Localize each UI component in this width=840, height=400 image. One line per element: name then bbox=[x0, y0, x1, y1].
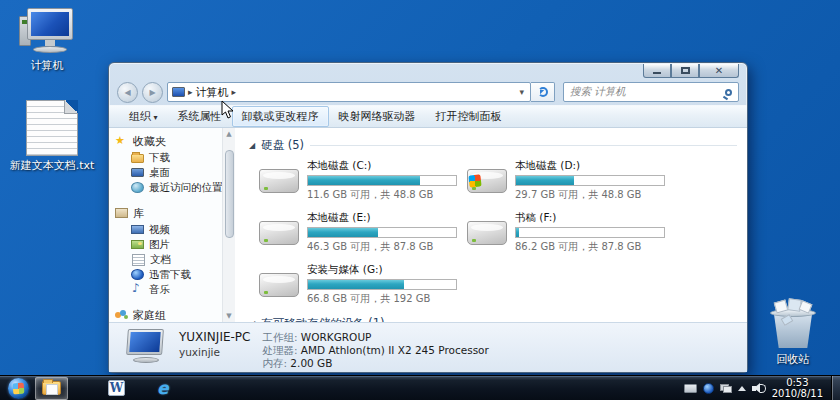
navigation-pane: 收藏夹 下载 桌面 最近访问的位置 库 bbox=[109, 128, 235, 322]
network-icon[interactable] bbox=[720, 384, 732, 393]
close-icon: ✕ bbox=[715, 66, 723, 76]
video-icon bbox=[131, 225, 144, 234]
taskbar-button-ie[interactable]: e bbox=[151, 377, 175, 400]
address-bar[interactable]: ▸ 计算机 ▸ ▾ bbox=[167, 82, 531, 102]
search-box[interactable]: 搜索 计算机 bbox=[563, 82, 739, 102]
input-indicator-icon[interactable] bbox=[684, 384, 697, 393]
taskbar: W e 0:53 2010/8/11 bbox=[0, 375, 840, 400]
thunder-icon bbox=[131, 269, 144, 280]
capacity-bar-fill bbox=[516, 176, 574, 185]
toolbar-button[interactable]: 组织 bbox=[119, 106, 168, 127]
capacity-bar-fill bbox=[516, 228, 519, 237]
system-tray bbox=[684, 383, 766, 394]
homegroup-icon bbox=[115, 310, 128, 321]
scroll-up-icon[interactable]: ▲ bbox=[226, 128, 231, 140]
drive-name: 本地磁盘 (D:) bbox=[515, 159, 667, 173]
sidebar-item[interactable]: 视频 bbox=[115, 222, 222, 237]
sidebar-item[interactable]: 桌面 bbox=[115, 165, 222, 180]
recent-icon bbox=[131, 182, 144, 193]
scroll-down-icon[interactable]: ▼ bbox=[226, 310, 231, 322]
capacity-bar-fill bbox=[308, 280, 404, 289]
sidebar-item[interactable]: 下载 bbox=[115, 150, 222, 165]
capacity-bar bbox=[515, 175, 665, 186]
toolbar-button[interactable]: 打开控制面板 bbox=[426, 106, 512, 127]
toolbar-button[interactable]: 卸载或更改程序 bbox=[232, 106, 329, 127]
drive-name: 本地磁盘 (E:) bbox=[307, 211, 459, 225]
toolbar-button[interactable]: 系统属性 bbox=[168, 106, 232, 127]
drive-name: 安装与媒体 (G:) bbox=[307, 263, 459, 277]
drive-name: 本地磁盘 (C:) bbox=[307, 159, 459, 173]
group-header-hard-disks[interactable]: ◢ 硬盘 (5) bbox=[249, 138, 737, 153]
drive-tile[interactable]: 本地磁盘 (D:) 29.7 GB 可用，共 48.8 GB bbox=[467, 159, 675, 202]
breadcrumb-arrow-icon[interactable]: ▸ bbox=[232, 87, 237, 97]
user-name: yuxinjie bbox=[179, 346, 250, 358]
recycle-bin-icon bbox=[767, 300, 819, 350]
desktop-icon-label: 回收站 bbox=[750, 352, 836, 367]
thunder-tray-icon[interactable] bbox=[703, 383, 714, 394]
computer-icon bbox=[172, 87, 185, 97]
capacity-bar bbox=[307, 175, 457, 186]
picture-icon bbox=[131, 240, 144, 249]
drive-tile[interactable]: 本地磁盘 (C:) 11.6 GB 可用，共 48.8 GB bbox=[259, 159, 467, 202]
free-space-text: 86.2 GB 可用，共 87.8 GB bbox=[515, 240, 667, 254]
hard-drive-icon bbox=[467, 221, 507, 245]
hard-drive-icon bbox=[259, 273, 299, 297]
free-space-text: 66.8 GB 可用，共 192 GB bbox=[307, 292, 459, 306]
sidebar-scrollbar[interactable]: ▲ ▼ bbox=[222, 128, 235, 322]
sidebar-item[interactable]: 图片 bbox=[115, 237, 222, 252]
window-titlebar[interactable]: ✕ bbox=[109, 63, 747, 79]
clock-date: 2010/8/11 bbox=[772, 388, 823, 399]
desktop-icon-computer[interactable]: 计算机 bbox=[4, 8, 90, 73]
close-button[interactable]: ✕ bbox=[699, 64, 739, 78]
toolbar-button[interactable]: 映射网络驱动器 bbox=[329, 106, 426, 127]
drive-tile[interactable]: 本地磁盘 (E:) 46.3 GB 可用，共 87.8 GB bbox=[259, 211, 467, 254]
clock-time: 0:53 bbox=[772, 377, 823, 388]
maximize-icon bbox=[681, 67, 690, 74]
start-button[interactable] bbox=[8, 378, 29, 399]
minimize-button[interactable] bbox=[643, 64, 671, 78]
capacity-bar-fill bbox=[308, 176, 420, 185]
drive-tile[interactable]: 书稿 (F:) 86.2 GB 可用，共 87.8 GB bbox=[467, 211, 675, 254]
refresh-button[interactable] bbox=[531, 82, 555, 102]
library-icon bbox=[115, 208, 128, 218]
content-area: ◢ 硬盘 (5) 本地磁盘 (C:) 11.6 GB 可用，共 48.8 GB bbox=[235, 128, 747, 322]
navigation-bar: ◀ ▶ ▸ 计算机 ▸ ▾ 搜索 计算机 bbox=[109, 79, 747, 105]
minimize-icon bbox=[653, 72, 661, 74]
details-pane: YUXINJIE-PC yuxinjie 工作组: WORKGROUP 处理器:… bbox=[109, 322, 747, 372]
desktop-icon-text-file[interactable]: 新建文本文档.txt bbox=[9, 100, 95, 173]
windows-logo-icon bbox=[13, 382, 25, 394]
details-field: 处理器: AMD Athlon(tm) II X2 245 Processor bbox=[262, 344, 488, 357]
free-space-text: 46.3 GB 可用，共 87.8 GB bbox=[307, 240, 459, 254]
text-document-icon bbox=[26, 100, 78, 156]
music-icon bbox=[131, 284, 144, 295]
hard-drive-icon bbox=[259, 169, 299, 193]
sidebar-item[interactable]: 家庭组 bbox=[115, 306, 222, 322]
breadcrumb-arrow-icon[interactable]: ▸ bbox=[188, 87, 193, 97]
computer-icon bbox=[123, 329, 167, 367]
sidebar-item[interactable]: 迅雷下载 bbox=[115, 267, 222, 282]
taskbar-button-explorer[interactable] bbox=[35, 377, 68, 400]
taskbar-clock[interactable]: 0:53 2010/8/11 bbox=[772, 377, 823, 399]
volume-icon[interactable] bbox=[752, 383, 766, 394]
details-field: 工作组: WORKGROUP bbox=[262, 331, 488, 344]
desktop-icon-label: 新建文本文档.txt bbox=[9, 158, 95, 173]
desktop-icon-label: 计算机 bbox=[4, 58, 90, 73]
scrollbar-thumb[interactable] bbox=[225, 150, 234, 238]
desktop-icon-recycle-bin[interactable]: 回收站 bbox=[750, 300, 836, 367]
back-button[interactable]: ◀ bbox=[117, 82, 138, 103]
drive-tile[interactable]: 安装与媒体 (G:) 66.8 GB 可用，共 192 GB bbox=[259, 263, 467, 306]
collapse-arrow-icon[interactable]: ◢ bbox=[249, 141, 255, 150]
sidebar-item bbox=[115, 195, 222, 204]
sidebar-item[interactable]: 库 bbox=[115, 204, 222, 222]
show-hidden-icons-arrow[interactable] bbox=[738, 386, 746, 391]
sidebar-item[interactable]: 最近访问的位置 bbox=[115, 180, 222, 195]
sidebar-item[interactable]: 音乐 bbox=[115, 282, 222, 297]
address-dropdown-icon[interactable]: ▾ bbox=[517, 87, 526, 97]
forward-button[interactable]: ▶ bbox=[142, 82, 163, 103]
show-desktop-button[interactable] bbox=[831, 376, 840, 400]
sidebar-item[interactable]: 收藏夹 bbox=[115, 132, 222, 150]
breadcrumb-item-computer[interactable]: 计算机 bbox=[196, 85, 229, 100]
taskbar-button-word[interactable]: W bbox=[102, 377, 131, 400]
maximize-button[interactable] bbox=[671, 64, 699, 78]
sidebar-item[interactable]: 文档 bbox=[115, 252, 222, 267]
